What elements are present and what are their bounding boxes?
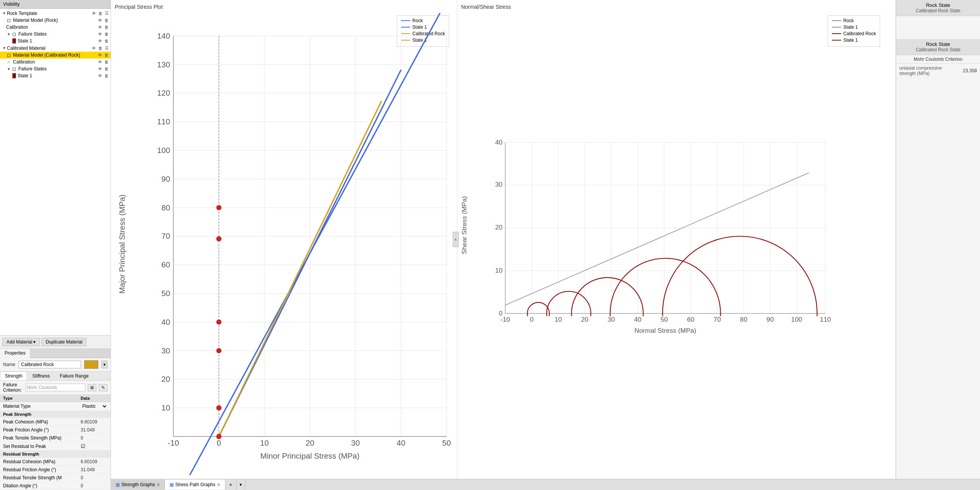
delete-btn-mat-rock[interactable]: 🗑 bbox=[104, 18, 109, 23]
state1-rock-color bbox=[12, 38, 16, 44]
type-peak-friction: Peak Friction Angle (°) bbox=[0, 426, 78, 434]
row-material-type[interactable]: Material Type Plastic bbox=[0, 402, 111, 411]
row-peak-cohesion[interactable]: Peak Cohesion (MPa) 6.60109 bbox=[0, 418, 111, 426]
strength-graphs-icon: ▦ bbox=[116, 482, 120, 487]
delete-btn-cal-rock[interactable]: 🗑 bbox=[104, 24, 109, 30]
fc-select[interactable] bbox=[26, 384, 85, 391]
tree-item-state1-rock[interactable]: State 1 👁 🗑 bbox=[0, 37, 111, 44]
row-peak-tensile[interactable]: Peak Tensile Strength (MPa) 0 bbox=[0, 434, 111, 442]
data-peak-cohesion[interactable]: 6.60109 bbox=[78, 418, 111, 426]
delete-btn-state1-cal[interactable]: 🗑 bbox=[104, 73, 109, 78]
row-peak-strength-header: Peak Strength bbox=[0, 411, 111, 418]
tab-strength[interactable]: Strength bbox=[0, 371, 27, 380]
eye-btn-fail-cal[interactable]: 👁 bbox=[98, 66, 103, 72]
eye-btn-cal-rock[interactable]: 👁 bbox=[98, 24, 103, 30]
row-residual-tensile[interactable]: Residual Tensile Strength (M 0 bbox=[0, 474, 111, 482]
material-model-rock-actions: 👁 🗑 bbox=[98, 18, 109, 23]
type-material-type: Material Type bbox=[0, 402, 78, 411]
name-input[interactable] bbox=[18, 361, 81, 368]
svg-text:50: 50 bbox=[442, 439, 451, 447]
eye-btn-mat-rock[interactable]: 👁 bbox=[98, 18, 103, 23]
scroll-left-btn[interactable]: ‹ bbox=[453, 232, 459, 247]
legend-line-state1-rock-ns bbox=[832, 27, 841, 28]
tab-stress-path-graphs[interactable]: ▦ Stress Path Graphs ✕ bbox=[165, 480, 225, 490]
eye-btn-cal-cal[interactable]: 👁 bbox=[98, 59, 103, 65]
data-residual-tensile[interactable]: 0 bbox=[78, 474, 111, 482]
svg-point-52 bbox=[216, 405, 222, 411]
material-type-select[interactable]: Plastic bbox=[81, 403, 108, 409]
more-btn-rock-template[interactable]: ☰ bbox=[104, 10, 109, 16]
row-residual-friction[interactable]: Residual Friction Angle (°) 31.049 bbox=[0, 466, 111, 474]
svg-text:30: 30 bbox=[608, 316, 615, 323]
data-dilation[interactable]: 0 bbox=[78, 482, 111, 490]
more-btn-cal-mat[interactable]: ☰ bbox=[104, 45, 109, 51]
legend-label-rock-ns: Rock bbox=[843, 18, 854, 23]
data-residual-cohesion[interactable]: 6.60109 bbox=[78, 458, 111, 466]
tree-item-calibrated-material[interactable]: ▼ Calibrated Material 👁 🗑 ☰ bbox=[0, 44, 111, 52]
tree-item-material-model-rock[interactable]: ◻ Material Model (Rock) 👁 🗑 bbox=[0, 17, 111, 24]
fc-grid-btn[interactable]: ⊞ bbox=[88, 384, 96, 391]
tab-failure-range[interactable]: Failure Range bbox=[55, 371, 93, 380]
strength-graphs-close[interactable]: ✕ bbox=[157, 482, 160, 487]
row-residual-cohesion[interactable]: Residual Cohesion (MPa) 6.60109 bbox=[0, 458, 111, 466]
delete-btn-state1-rock[interactable]: 🗑 bbox=[104, 38, 109, 44]
data-set-residual[interactable]: ☑ bbox=[78, 442, 111, 451]
tab-stiffness[interactable]: Stiffness bbox=[27, 371, 55, 380]
eye-btn-cal-mat[interactable]: 👁 bbox=[91, 45, 96, 51]
stress-path-close[interactable]: ✕ bbox=[217, 482, 220, 487]
svg-text:80: 80 bbox=[740, 316, 747, 323]
check-icon-cal: ✓ bbox=[6, 59, 11, 65]
tab-strength-graphs[interactable]: ▦ Strength Graphs ✕ bbox=[111, 480, 165, 490]
svg-text:10: 10 bbox=[161, 404, 170, 412]
eye-btn-rock-template[interactable]: 👁 bbox=[91, 10, 96, 16]
delete-btn-rock-template[interactable]: 🗑 bbox=[98, 10, 103, 16]
tree-item-calibration-rock[interactable]: Calibration 👁 🗑 bbox=[0, 24, 111, 31]
tree-item-state1-cal[interactable]: State 1 👁 🗑 bbox=[0, 72, 111, 79]
expand-calibrated-mat[interactable]: ▼ bbox=[2, 46, 7, 51]
row-peak-friction[interactable]: Peak Friction Angle (°) 31.049 bbox=[0, 426, 111, 434]
properties-tab-bar: Properties bbox=[0, 349, 111, 358]
color-picker-button[interactable] bbox=[84, 360, 98, 369]
material-model-rock-label: Material Model (Rock) bbox=[13, 18, 98, 23]
color-picker-arrow[interactable]: ▾ bbox=[101, 361, 108, 368]
row-set-residual[interactable]: Set Residual to Peak ☑ bbox=[0, 442, 111, 451]
delete-btn-cal-mat[interactable]: 🗑 bbox=[98, 45, 103, 51]
eye-btn-state1-cal[interactable]: 👁 bbox=[98, 73, 103, 78]
tree-item-failure-states-cal[interactable]: ▼ ◻ Failure States 👁 🗑 bbox=[0, 65, 111, 72]
residual-checkbox[interactable]: ☑ bbox=[81, 443, 85, 449]
row-dilation[interactable]: Dilation Angle (°) 0 bbox=[0, 482, 111, 490]
calibrated-material-actions: 👁 🗑 ☰ bbox=[91, 45, 109, 51]
data-peak-friction[interactable]: 31.049 bbox=[78, 426, 111, 434]
delete-btn-cal-cal[interactable]: 🗑 bbox=[104, 59, 109, 65]
tree-item-rock-template[interactable]: ▼ Rock Template 👁 🗑 ☰ bbox=[0, 10, 111, 17]
data-peak-tensile[interactable]: 0 bbox=[78, 434, 111, 442]
data-residual-friction[interactable]: 31.049 bbox=[78, 466, 111, 474]
delete-btn-mat-cal[interactable]: 🗑 bbox=[104, 52, 109, 58]
svg-text:80: 80 bbox=[161, 203, 170, 212]
eye-btn-state1-rock[interactable]: 👁 bbox=[98, 38, 103, 44]
add-material-arrow[interactable]: ▾ bbox=[33, 339, 36, 345]
expand-failure-cal[interactable]: ▼ bbox=[6, 66, 11, 72]
svg-text:40: 40 bbox=[161, 318, 170, 326]
delete-btn-fail-rock[interactable]: 🗑 bbox=[104, 31, 109, 37]
add-material-button[interactable]: Add Material ▾ bbox=[2, 338, 40, 346]
fc-edit-btn[interactable]: ✎ bbox=[99, 384, 108, 391]
tree-item-calibration-cal[interactable]: ✓ Calibration 👁 🗑 bbox=[0, 59, 111, 65]
expand-failure-rock[interactable]: ▼ bbox=[6, 31, 11, 37]
duplicate-material-label: Duplicate Material bbox=[46, 339, 82, 345]
properties-tab[interactable]: Properties bbox=[0, 349, 31, 358]
eye-btn-mat-cal[interactable]: 👁 bbox=[98, 52, 103, 58]
legend-label-cal-rock-ns: Calibrated Rock bbox=[843, 31, 876, 36]
duplicate-material-button[interactable]: Duplicate Material bbox=[41, 338, 86, 346]
tree-item-material-model-cal[interactable]: ◻ Material Model (Calibrated Rock) 👁 🗑 bbox=[0, 52, 111, 59]
tree-item-failure-states-rock[interactable]: ▼ ◻ Failure States 👁 🗑 bbox=[0, 31, 111, 37]
add-tab-button[interactable]: + bbox=[225, 479, 236, 490]
expand-rock-template[interactable]: ▼ bbox=[2, 11, 7, 16]
delete-btn-fail-cal[interactable]: 🗑 bbox=[104, 66, 109, 72]
type-dilation: Dilation Angle (°) bbox=[0, 482, 78, 490]
properties-panel: Properties Name ▾ Strength Stiffness Fai… bbox=[0, 348, 111, 490]
data-material-type[interactable]: Plastic bbox=[78, 402, 111, 411]
eye-btn-fail-rock[interactable]: 👁 bbox=[98, 31, 103, 37]
tab-menu-button[interactable]: ▾ bbox=[236, 480, 245, 490]
type-residual-tensile: Residual Tensile Strength (M bbox=[0, 474, 78, 482]
